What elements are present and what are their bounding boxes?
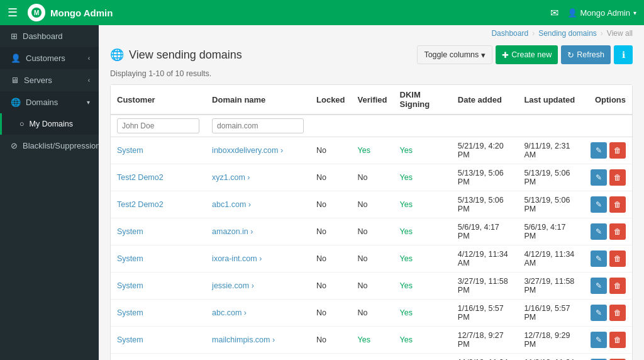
domain-filter-input[interactable] (212, 118, 304, 133)
user-icon: 👤 (567, 8, 577, 18)
cell-date-added: 12/7/18, 9:27 PM (452, 327, 518, 354)
page-title: 🌐 View sending domains (110, 48, 242, 62)
breadcrumb-view-all: View all (607, 29, 633, 38)
sidebar-item-my-domains[interactable]: ○ My Domains (0, 113, 99, 135)
sidebar-item-servers[interactable]: 🖥 Servers ‹ (0, 69, 99, 91)
cell-domain: google.com › (206, 354, 310, 361)
delete-button[interactable]: 🗑 (609, 250, 626, 267)
cell-verified: No (352, 300, 394, 327)
breadcrumb-dashboard[interactable]: Dashboard (491, 29, 528, 38)
table-row: System jessie.com › No No Yes 3/27/19, 1… (111, 273, 632, 300)
col-customer: Customer (111, 85, 206, 115)
sidebar-item-label: Customers (26, 53, 83, 63)
domain-link[interactable]: mailchimpis.com › (212, 335, 275, 344)
content-area: 🌐 View sending domains Toggle columns ▾ … (99, 39, 644, 360)
delete-button[interactable]: 🗑 (609, 278, 626, 294)
delete-button[interactable]: 🗑 (609, 305, 626, 321)
breadcrumb-sep-2: › (601, 29, 603, 38)
customer-link[interactable]: System (117, 308, 143, 317)
sidebar-item-domains[interactable]: 🌐 Domains ▾ (0, 91, 99, 113)
edit-button[interactable]: ✎ (591, 142, 607, 159)
customer-link[interactable]: System (117, 146, 143, 155)
customer-link[interactable]: System (117, 254, 143, 263)
cell-locked: No (310, 191, 352, 218)
info-button[interactable]: ℹ (614, 45, 633, 64)
cell-last-updated: 1/16/19, 5:57 PM (518, 300, 584, 327)
cell-last-updated: 5/13/19, 5:06 PM (518, 191, 584, 218)
sidebar: ⊞ Dashboard 👤 Customers ‹ 🖥 Servers ‹ 🌐 … (0, 25, 99, 360)
toggle-columns-label: Toggle columns (424, 50, 479, 59)
delete-button[interactable]: 🗑 (609, 142, 626, 159)
cell-locked: No (310, 245, 352, 273)
mail-icon[interactable]: ✉ (550, 7, 558, 19)
domain-link[interactable]: inboxxdelivery.com › (212, 146, 283, 155)
edit-button[interactable]: ✎ (591, 223, 607, 240)
create-new-button[interactable]: ✚ Create new (496, 45, 558, 64)
cell-date-added: 5/13/19, 5:06 PM (452, 164, 518, 191)
cell-domain: ixora-int.com › (206, 245, 310, 273)
cell-last-updated: 9/11/19, 2:31 AM (518, 137, 584, 164)
table-row: System ixora-int.com › No No Yes 4/12/19… (111, 245, 632, 273)
cell-date-added: 5/21/19, 4:20 PM (452, 137, 518, 164)
edit-button[interactable]: ✎ (591, 305, 607, 321)
cell-locked: No (310, 164, 352, 191)
customer-filter-input[interactable] (117, 118, 199, 133)
cell-domain: amazon.in › (206, 218, 310, 245)
edit-button[interactable]: ✎ (591, 169, 607, 186)
customer-link[interactable]: System (117, 335, 143, 344)
customer-link[interactable]: Test2 Demo2 (117, 173, 164, 182)
cell-date-added: 3/27/19, 11:58 PM (452, 273, 518, 300)
dashboard-icon: ⊞ (11, 31, 18, 41)
hamburger-menu[interactable]: ☰ (8, 6, 18, 20)
delete-button[interactable]: 🗑 (609, 223, 626, 240)
cell-options: ✎ 🗑 (584, 327, 632, 354)
edit-button[interactable]: ✎ (591, 332, 607, 348)
table-row: System inboxxdelivery.com › No Yes Yes 5… (111, 137, 632, 164)
main-layout: ⊞ Dashboard 👤 Customers ‹ 🖥 Servers ‹ 🌐 … (0, 25, 644, 360)
breadcrumb-sending-domains[interactable]: Sending domains (538, 29, 597, 38)
table-row: System abc.com › No No Yes 1/16/19, 5:57… (111, 300, 632, 327)
domain-link[interactable]: ixora-int.com › (212, 254, 262, 263)
col-options: Options (584, 85, 632, 115)
data-table-wrapper: Customer Domain name Locked Verified DKI… (110, 84, 633, 360)
edit-button[interactable]: ✎ (591, 196, 607, 213)
cell-last-updated: 5/6/19, 4:17 PM (518, 218, 584, 245)
sidebar-item-customers[interactable]: 👤 Customers ‹ (0, 47, 99, 69)
cell-customer: Test2 Demo2 (111, 191, 206, 218)
cell-locked: No (310, 327, 352, 354)
filter-row (111, 115, 632, 137)
refresh-label: Refresh (577, 50, 604, 59)
domain-link[interactable]: abc1.com › (212, 200, 251, 209)
cell-domain: mailchimpis.com › (206, 327, 310, 354)
cell-options: ✎ 🗑 (584, 300, 632, 327)
customer-link[interactable]: System (117, 281, 143, 290)
cell-last-updated: 3/27/19, 11:58 PM (518, 273, 584, 300)
domain-link[interactable]: xyz1.com › (212, 173, 250, 182)
domain-link[interactable]: jessie.com › (212, 281, 254, 290)
delete-button[interactable]: 🗑 (609, 196, 626, 213)
create-new-label: Create new (511, 50, 552, 59)
user-menu[interactable]: 👤 Mongo Admin ▾ (567, 8, 637, 18)
sidebar-item-blacklist[interactable]: ⊘ Blacklist/Suppression ‹ (0, 135, 99, 157)
customer-link[interactable]: System (117, 227, 143, 236)
domain-link[interactable]: abc.com › (212, 308, 247, 317)
domain-link[interactable]: amazon.in › (212, 227, 253, 236)
delete-button[interactable]: 🗑 (609, 332, 626, 348)
info-icon: ℹ (622, 50, 625, 60)
brand: M Mongo Admin (28, 4, 113, 21)
cell-options: ✎ 🗑 (584, 245, 632, 273)
delete-button[interactable]: 🗑 (609, 169, 626, 186)
cell-domain: jessie.com › (206, 273, 310, 300)
navbar-left: ☰ M Mongo Admin (8, 4, 113, 21)
globe-icon: 🌐 (110, 48, 124, 62)
edit-button[interactable]: ✎ (591, 250, 607, 267)
toolbar-buttons: Toggle columns ▾ ✚ Create new ↻ Refresh … (417, 45, 633, 64)
toggle-columns-button[interactable]: Toggle columns ▾ (417, 45, 492, 64)
refresh-button[interactable]: ↻ Refresh (561, 45, 611, 64)
cell-options: ✎ 🗑 (584, 164, 632, 191)
customer-link[interactable]: Test2 Demo2 (117, 200, 164, 209)
table-row: System google.com › No No Yes 11/8/18, 1… (111, 354, 632, 361)
sidebar-item-dashboard[interactable]: ⊞ Dashboard (0, 25, 99, 47)
main-content: Dashboard › Sending domains › View all 🌐… (99, 25, 644, 360)
edit-button[interactable]: ✎ (591, 278, 607, 294)
